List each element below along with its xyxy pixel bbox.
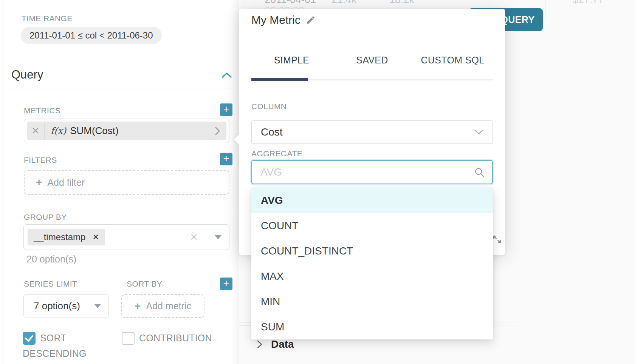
- plus-icon: +: [223, 104, 229, 114]
- explore-page: 2011-04-01 00:00:00 21.4k 18.2k $27.77 R…: [0, 0, 635, 364]
- tab-custom-sql[interactable]: CUSTOM SQL: [412, 50, 493, 70]
- bg-table-cell-value: 18.2k: [389, 0, 414, 6]
- contribution-option[interactable]: CONTRIBUTION: [122, 330, 235, 346]
- group-by-value-remove[interactable]: ✕: [92, 233, 99, 242]
- tab-saved[interactable]: SAVED: [332, 50, 412, 70]
- metric-title: My Metric: [251, 14, 300, 26]
- resize-handle[interactable]: [492, 234, 502, 245]
- aggregate-option-avg[interactable]: AVG: [251, 188, 493, 213]
- group-by-select[interactable]: __timestamp ✕ ✕: [23, 224, 229, 250]
- series-limit-label: SERIES LIMIT: [24, 279, 77, 288]
- aggregate-option-max[interactable]: MAX: [251, 264, 493, 289]
- aggregate-option-sum[interactable]: SUM: [251, 314, 493, 339]
- data-chevron-icon: [257, 340, 263, 349]
- control-panel: TIME RANGE 2011-01-01 ≤ col < 2011-06-30…: [0, 0, 239, 364]
- add-metric-placeholder: Add metric: [146, 301, 191, 312]
- chevron-right-icon: [215, 126, 220, 136]
- search-icon: [474, 167, 485, 177]
- bg-table-gridline: [545, 0, 546, 20]
- data-panel-header[interactable]: Data: [257, 338, 294, 350]
- section-divider: [11, 88, 234, 88]
- metric-expand-button[interactable]: [209, 122, 226, 140]
- contribution-checkbox[interactable]: [122, 332, 135, 345]
- metric-label: SUM(Cost): [70, 125, 209, 137]
- panel-shadow: [231, 0, 239, 364]
- metrics-label: METRICS: [24, 106, 60, 115]
- plus-icon: +: [223, 278, 229, 288]
- aggregate-option-count-distinct[interactable]: COUNT_DISTINCT: [251, 238, 493, 264]
- data-panel-title: Data: [271, 338, 294, 350]
- column-select[interactable]: Cost: [251, 120, 493, 144]
- bg-table-cell-value: $27.77: [573, 0, 604, 6]
- column-select-value: Cost: [261, 126, 283, 138]
- series-limit-select[interactable]: 7 option(s): [23, 294, 109, 318]
- aggregate-dropdown: AVG COUNT COUNT_DISTINCT MAX MIN SUM: [251, 188, 493, 339]
- filters-label: FILTERS: [24, 156, 57, 165]
- contribution-label: CONTRIBUTION: [139, 333, 212, 343]
- group-by-label: GROUP BY: [24, 213, 67, 222]
- aggregate-label: AGGREGATE: [251, 149, 302, 158]
- sort-by-label: SORT BY: [127, 279, 162, 288]
- bg-table-gridline: [570, 0, 570, 20]
- aggregate-option-count[interactable]: COUNT: [251, 213, 493, 238]
- aggregate-input-wrap: [251, 160, 493, 184]
- edit-pencil-icon[interactable]: [306, 15, 316, 25]
- add-sort-metric-button[interactable]: + Add metric: [121, 294, 204, 318]
- metric-pill: ✕ f(x) SUM(Cost): [27, 122, 226, 140]
- sort-descending-checkbox[interactable]: [23, 332, 36, 345]
- fx-icon: f(x): [51, 126, 66, 136]
- time-range-label: TIME RANGE: [22, 14, 73, 23]
- group-by-value: __timestamp: [34, 232, 85, 242]
- chevron-down-icon: [474, 130, 483, 135]
- sort-descending-option[interactable]: SORT DESCENDING: [23, 330, 104, 361]
- plus-icon: +: [135, 301, 141, 312]
- time-range-pill[interactable]: 2011-01-01 ≤ col < 2011-06-30: [21, 27, 162, 44]
- group-by-options-hint: 20 option(s): [26, 254, 76, 265]
- aggregate-option-min[interactable]: MIN: [251, 289, 493, 314]
- popover-header: My Metric: [239, 9, 505, 31]
- bg-table-rowline: [542, 20, 635, 20]
- add-filter-placeholder: Add filter: [47, 177, 85, 188]
- plus-icon: +: [36, 177, 42, 188]
- series-limit-value: 7 option(s): [34, 300, 80, 312]
- metric-item[interactable]: ✕ f(x) SUM(Cost): [24, 119, 229, 143]
- checkmark-icon: [23, 332, 36, 345]
- add-filter-button[interactable]: + Add filter: [24, 170, 229, 195]
- bg-table-cell-value: 21.4k: [331, 0, 356, 6]
- metric-tabs: SIMPLE SAVED CUSTOM SQL: [251, 50, 493, 70]
- aggregate-input[interactable]: [252, 166, 474, 178]
- query-section-title: Query: [11, 68, 43, 82]
- series-limit-caret: [94, 304, 101, 308]
- panel-left-border: [3, 0, 3, 364]
- column-label: COLUMN: [251, 102, 287, 111]
- group-by-value-pill: __timestamp ✕: [28, 229, 105, 245]
- tab-simple[interactable]: SIMPLE: [251, 50, 332, 70]
- plus-icon: +: [223, 154, 229, 164]
- group-by-clear-button[interactable]: ✕: [190, 231, 198, 243]
- metric-remove-button[interactable]: ✕: [27, 122, 45, 140]
- active-tab-underline: [251, 78, 308, 81]
- group-by-caret[interactable]: [215, 235, 221, 239]
